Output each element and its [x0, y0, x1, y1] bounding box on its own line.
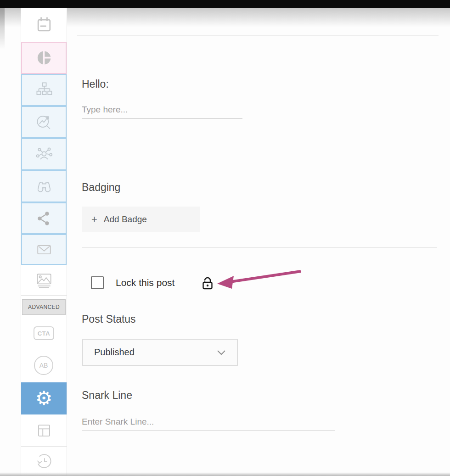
cta-icon: CTA: [38, 330, 50, 337]
sidebar-item-structure[interactable]: [21, 74, 67, 106]
sidebar-item-cta[interactable]: CTA: [34, 326, 54, 340]
snark-line-input[interactable]: [82, 417, 335, 431]
pie-chart-icon: [34, 48, 54, 68]
module-sidebar: ADVANCED CTA AB ⚙: [21, 8, 67, 476]
section-divider: [82, 247, 437, 248]
lock-post-label: Lock this post: [116, 277, 174, 288]
sidebar-item-settings-active[interactable]: ⚙: [21, 382, 67, 414]
corner-gradient: [0, 8, 5, 49]
sidebar-item-analytics[interactable]: [21, 42, 67, 74]
add-badge-label: Add Badge: [104, 214, 147, 224]
sidebar-item-ab-test[interactable]: AB: [34, 356, 53, 375]
chevron-down-icon: [217, 350, 226, 355]
lock-icon: [202, 275, 214, 290]
hello-field-label: Hello:: [82, 78, 109, 90]
sidebar-item-history[interactable]: [21, 447, 67, 476]
share-icon: [34, 208, 54, 229]
top-gradient: [0, 8, 450, 27]
trend-search-icon: [34, 112, 54, 132]
calendar-icon: [34, 15, 54, 35]
sidebar-item-layout[interactable]: [21, 414, 67, 447]
layout-icon: [34, 420, 54, 441]
plus-icon: +: [91, 214, 97, 224]
lock-post-checkbox[interactable]: [91, 276, 104, 289]
org-chart-icon: [34, 80, 54, 100]
sidebar-item-calendar[interactable]: [21, 9, 67, 41]
badging-section-label: Badging: [82, 181, 120, 194]
sidebar-item-share[interactable]: [21, 202, 67, 234]
history-icon: [34, 451, 55, 472]
sidebar-item-featured-image[interactable]: [21, 265, 67, 296]
binoculars-icon: [34, 176, 54, 196]
ab-test-icon: AB: [39, 362, 48, 369]
sidebar-item-performance[interactable]: [21, 106, 67, 138]
featured-image-icon: [34, 270, 54, 291]
sidebar-item-influencers[interactable]: [21, 138, 67, 170]
gear-icon: ⚙: [35, 389, 53, 408]
post-status-select[interactable]: Published: [82, 339, 238, 366]
bottom-gradient: [0, 472, 450, 476]
post-status-value: Published: [94, 347, 135, 358]
annotation-arrow: [214, 268, 304, 290]
top-black-bar: [0, 0, 450, 8]
sidebar-item-discover[interactable]: [21, 170, 67, 202]
advanced-text: ADVANCED: [28, 304, 60, 310]
post-status-label: Post Status: [82, 313, 136, 325]
app-screen: ADVANCED CTA AB ⚙: [0, 0, 450, 476]
hello-input[interactable]: [82, 105, 242, 119]
sidebar-item-email[interactable]: [21, 234, 67, 265]
sidebar-advanced-label: ADVANCED: [22, 299, 66, 315]
envelope-icon: [34, 240, 54, 260]
snark-line-label: Snark Line: [82, 389, 132, 402]
influencer-network-icon: [34, 144, 54, 164]
top-divider: [77, 35, 439, 36]
add-badge-button[interactable]: + Add Badge: [82, 207, 200, 232]
